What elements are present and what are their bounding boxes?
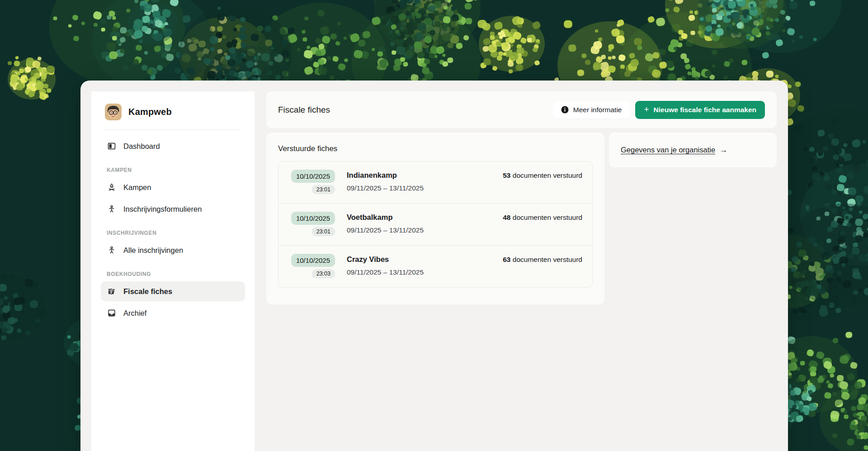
sidebar-item-label: Kampen xyxy=(123,183,151,192)
section-title: Verstuurde fiches xyxy=(278,144,593,153)
archive-icon xyxy=(107,309,116,318)
organisation-link[interactable]: Gegevens van je organisatie xyxy=(621,146,715,154)
sidebar-item-label: Archief xyxy=(123,309,146,318)
fiche-count-label: documenten verstuurd xyxy=(513,256,582,263)
fiche-count: 48 documenten verstuurd xyxy=(503,214,582,222)
sidebar-item-dashboard[interactable]: Dashboard xyxy=(101,136,245,156)
fiche-row[interactable]: 10/10/2025 23:03 Crazy Vibes 09/11/2025 … xyxy=(278,245,592,287)
fiche-datetime: 10/10/2025 23:01 xyxy=(288,170,335,194)
create-fiche-label: Nieuwe fiscale fiche aanmaken xyxy=(654,106,756,114)
fiche-period: 09/11/2025 – 13/11/2025 xyxy=(347,226,424,234)
sidebar-item-label: Alle inschrijvingen xyxy=(123,246,183,255)
sidebar-item-archief[interactable]: Archief xyxy=(101,303,245,323)
person-icon xyxy=(107,204,116,214)
more-info-label: Meer informatie xyxy=(573,106,622,114)
sidebar-item-inschrijvingsformulieren[interactable]: Inschrijvingsformulieren xyxy=(101,199,245,219)
sidebar-section-kampen: KAMPEN xyxy=(107,167,239,173)
header-actions: Meer informatie + Nieuwe fiscale fiche a… xyxy=(553,101,765,119)
time-badge: 23:03 xyxy=(312,269,335,278)
dashboard-icon xyxy=(107,142,116,151)
fiche-period: 09/11/2025 – 13/11/2025 xyxy=(347,268,424,276)
books-icon xyxy=(107,287,116,296)
avatar[interactable] xyxy=(105,104,122,120)
fiche-name: Crazy Vibes xyxy=(347,255,424,264)
app-title: Kampweb xyxy=(128,107,172,117)
fiche-count: 53 documenten verstuurd xyxy=(503,171,582,180)
arrow-right-icon[interactable]: → xyxy=(719,145,727,155)
page-title: Fiscale fiches xyxy=(278,105,330,115)
fiche-row[interactable]: 10/10/2025 23:01 Indianenkamp 09/11/2025… xyxy=(278,161,592,203)
date-badge: 10/10/2025 xyxy=(291,254,335,267)
fiche-info: Voetbalkamp 09/11/2025 – 13/11/2025 xyxy=(347,212,424,234)
more-info-button[interactable]: Meer informatie xyxy=(553,101,630,119)
sidebar-item-label: Dashboard xyxy=(123,142,160,151)
person-icon xyxy=(107,246,116,255)
fiche-list: 10/10/2025 23:01 Indianenkamp 09/11/2025… xyxy=(278,161,593,288)
fiche-datetime: 10/10/2025 23:01 xyxy=(288,212,335,236)
time-badge: 23:01 xyxy=(312,185,335,194)
fiche-count-number: 63 xyxy=(503,256,510,263)
sidebar-item-fiscale-fiches[interactable]: Fiscale fiches xyxy=(101,281,245,301)
sidebar-item-alle-inschrijvingen[interactable]: Alle inschrijvingen xyxy=(101,240,245,260)
fiche-name: Voetbalkamp xyxy=(347,213,424,222)
date-badge: 10/10/2025 xyxy=(291,212,335,225)
sent-fiches-panel: Verstuurde fiches 10/10/2025 23:01 India… xyxy=(266,133,604,304)
sidebar-header: Kampweb xyxy=(91,91,255,129)
date-badge: 10/10/2025 xyxy=(291,170,335,183)
fiche-info: Crazy Vibes 09/11/2025 – 13/11/2025 xyxy=(347,254,424,276)
fiche-row[interactable]: 10/10/2025 23:01 Voetbalkamp 09/11/2025 … xyxy=(278,203,592,245)
time-badge: 23:01 xyxy=(312,227,335,236)
plus-icon: + xyxy=(644,105,649,114)
sidebar-section-boekhouding: BOEKHOUDING xyxy=(107,271,239,277)
sidebar-item-label: Inschrijvingsformulieren xyxy=(123,205,202,214)
fiche-count-number: 48 xyxy=(503,214,510,221)
fiche-count: 63 documenten verstuurd xyxy=(503,256,582,264)
fiche-count-number: 53 xyxy=(503,171,510,179)
fiche-count-label: documenten verstuurd xyxy=(513,171,582,179)
fiche-datetime: 10/10/2025 23:03 xyxy=(288,254,335,278)
sidebar-item-label: Fiscale fiches xyxy=(123,287,172,296)
sidebar-item-kampen[interactable]: Kampen xyxy=(101,177,245,197)
app-card: Kampweb Dashboard KAMPEN xyxy=(80,81,788,451)
info-icon xyxy=(561,106,569,114)
sidebar: Kampweb Dashboard KAMPEN xyxy=(91,91,255,451)
fiche-count-label: documenten verstuurd xyxy=(513,214,582,221)
fiche-info: Indianenkamp 09/11/2025 – 13/11/2025 xyxy=(347,170,424,192)
sidebar-nav: Dashboard KAMPEN Kampen xyxy=(91,130,255,323)
sidebar-section-inschrijvingen: INSCHRIJVINGEN xyxy=(107,230,239,236)
fiche-name: Indianenkamp xyxy=(347,171,424,180)
fiche-period: 09/11/2025 – 13/11/2025 xyxy=(347,184,424,192)
organisation-panel: Gegevens van je organisatie → xyxy=(609,133,777,167)
campfire-icon xyxy=(107,183,116,192)
page-header: Fiscale fiches Meer informatie + Nieuwe … xyxy=(266,91,777,128)
create-fiche-button[interactable]: + Nieuwe fiscale fiche aanmaken xyxy=(635,101,765,119)
